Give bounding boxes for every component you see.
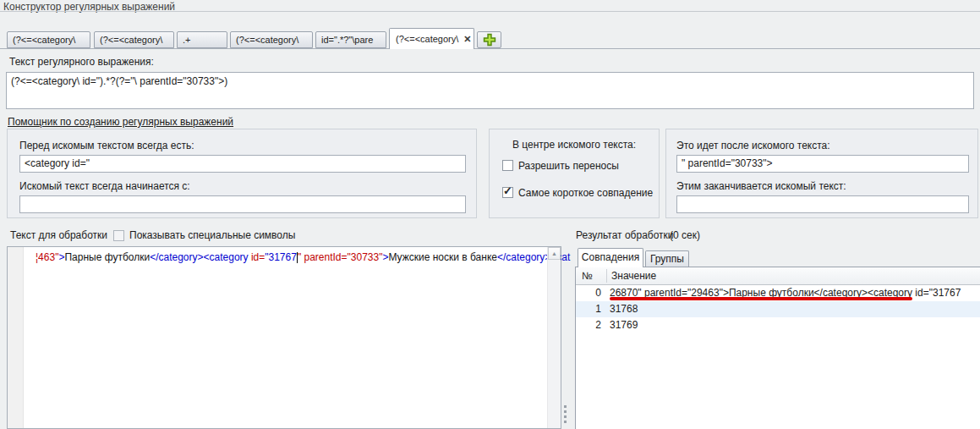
source-segment: ¦463" bbox=[36, 251, 58, 263]
regex-tab-active[interactable]: (?<=<category\ ✕ bbox=[389, 28, 474, 49]
allow-breaks-label: Разрешить переносы bbox=[518, 160, 619, 172]
source-segment: </category> bbox=[150, 251, 203, 263]
starts-with-input[interactable] bbox=[19, 195, 466, 213]
after-text-label: Это идет после искомого текста: bbox=[676, 140, 830, 151]
show-special-chars-label: Показывать специальные символы bbox=[129, 229, 295, 241]
row-value: 31768 bbox=[610, 303, 638, 315]
table-row[interactable]: 1 31768 bbox=[576, 301, 980, 317]
results-table-header: № Значение bbox=[576, 267, 980, 285]
row-index: 1 bbox=[576, 303, 601, 315]
source-text-area[interactable]: ¦463">Парные футболки</category><categor… bbox=[7, 246, 561, 429]
column-header-num: № bbox=[582, 270, 593, 282]
source-segment: id= bbox=[251, 251, 265, 263]
results-label: Результат обработки bbox=[576, 229, 674, 241]
regex-tab-2[interactable]: (?<=<category\ bbox=[94, 31, 174, 48]
after-text-input[interactable]: " parentId="30733"> bbox=[676, 155, 969, 173]
checkmark-icon: ✓ bbox=[503, 184, 512, 197]
after-text-groupbox: Это идет после искомого текста: " parent… bbox=[665, 129, 978, 218]
results-table: № Значение 0 26870" parentId="29463">Пар… bbox=[575, 267, 980, 429]
regex-tab-4[interactable]: (?<=<category\ bbox=[230, 31, 313, 48]
shortest-match-label: Самое короткое совпадение bbox=[518, 187, 653, 199]
column-header-value: Значение bbox=[611, 270, 656, 282]
source-gutter bbox=[8, 247, 24, 428]
results-time: (0 сек) bbox=[670, 229, 700, 241]
ends-with-label: Этим заканчивается искомый текст: bbox=[676, 180, 846, 192]
column-divider bbox=[606, 269, 607, 283]
close-tab-icon[interactable]: ✕ bbox=[463, 31, 471, 47]
row-index: 0 bbox=[576, 287, 601, 299]
allow-breaks-checkbox[interactable]: ✓ bbox=[502, 160, 513, 171]
tabstrip-bottom-border bbox=[0, 48, 980, 49]
before-text-groupbox: Перед искомым текстом всегда есть: <cate… bbox=[7, 129, 477, 218]
source-text-label: Текст для обработки bbox=[10, 229, 107, 241]
up-arrow-icon: ▲ bbox=[551, 250, 557, 256]
helper-link[interactable]: Помощник по созданию регулярных выражени… bbox=[8, 116, 233, 128]
source-segment: </category> bbox=[497, 251, 550, 263]
center-options-title: В центре искомого текста: bbox=[490, 139, 659, 151]
source-segment: Парные футболки bbox=[64, 251, 150, 263]
regex-tab-5[interactable]: id=".*?"\pare bbox=[315, 31, 386, 48]
source-text-line: ¦463">Парные футболки</category><categor… bbox=[36, 251, 570, 263]
before-text-input[interactable]: <category id=" bbox=[19, 155, 466, 173]
source-segment: <category bbox=[204, 251, 249, 263]
red-annotation-underline bbox=[610, 297, 912, 300]
shortest-match-checkbox[interactable]: ✓ bbox=[502, 187, 513, 198]
regex-tab-active-label: (?<=<category\ bbox=[396, 31, 458, 47]
center-options-groupbox: В центре искомого текста: ✓ Разрешить пе… bbox=[489, 129, 660, 218]
tab-groups[interactable]: Группы bbox=[645, 250, 689, 267]
regex-input[interactable]: (?<=<category\ id=").*?(?="\ parentId="3… bbox=[6, 72, 974, 109]
title-separator bbox=[0, 11, 980, 12]
table-row[interactable]: 2 31769 bbox=[576, 317, 980, 333]
ends-with-input[interactable] bbox=[676, 195, 969, 213]
add-tab-button[interactable] bbox=[477, 31, 501, 48]
regex-constructor-window: Конструктор регулярных выражений (?<=<ca… bbox=[0, 0, 980, 429]
row-value: 31769 bbox=[610, 319, 638, 331]
regex-tab-3[interactable]: .+ bbox=[177, 31, 227, 48]
regex-tab-1[interactable]: (?<=<category\ bbox=[7, 31, 90, 48]
row-index: 2 bbox=[576, 319, 601, 331]
regex-text-label: Текст регулярного выражения: bbox=[9, 56, 154, 68]
splitter-grip[interactable] bbox=[564, 405, 567, 426]
show-special-chars-checkbox[interactable]: ✓ bbox=[113, 230, 124, 241]
starts-with-label: Искомый текст всегда начинается с: bbox=[19, 180, 190, 192]
source-vertical-scrollbar[interactable]: ▲ bbox=[547, 247, 561, 428]
source-segment: "31767 bbox=[265, 251, 297, 263]
plus-icon bbox=[483, 33, 496, 47]
source-segment: parentId="30733" bbox=[301, 251, 382, 263]
tab-matches[interactable]: Совпадения bbox=[578, 248, 643, 267]
source-segment: Мужские носки в банке bbox=[388, 251, 497, 263]
scroll-up-button[interactable]: ▲ bbox=[548, 247, 561, 260]
before-text-label: Перед искомым текстом всегда есть: bbox=[19, 140, 194, 151]
